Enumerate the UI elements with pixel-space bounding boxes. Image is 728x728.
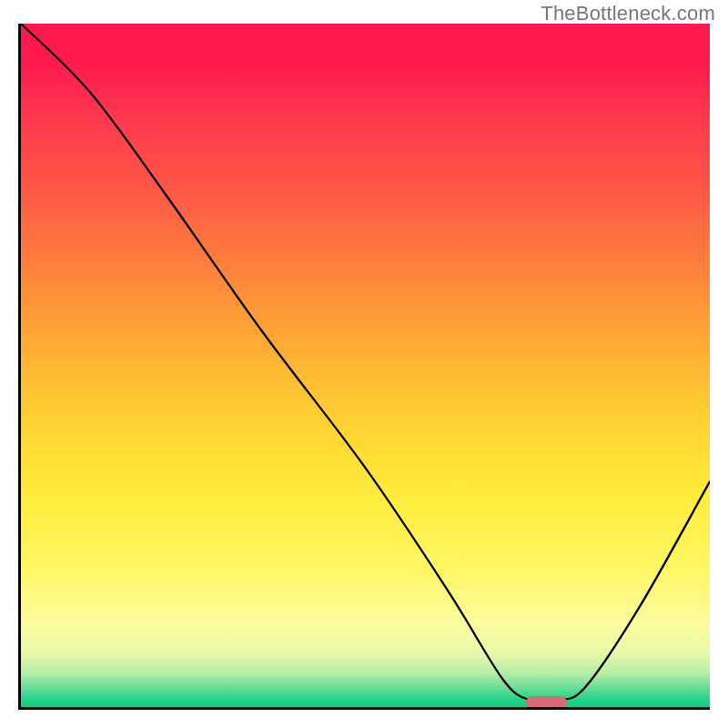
optimal-marker — [526, 696, 568, 709]
watermark-text: TheBottleneck.com — [541, 2, 715, 25]
plot-area — [18, 24, 710, 710]
chart-canvas: TheBottleneck.com — [0, 0, 728, 728]
bottleneck-curve — [21, 24, 710, 707]
